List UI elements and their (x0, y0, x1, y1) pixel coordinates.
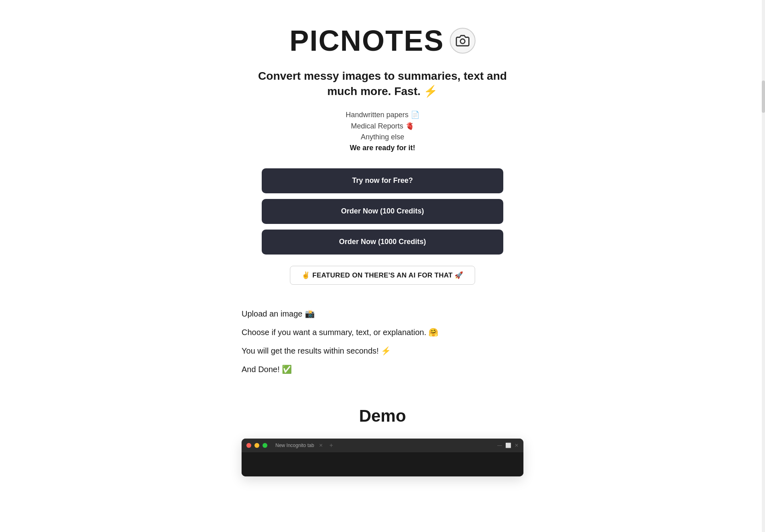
step-1: Upload an image 📸 (242, 309, 315, 319)
scrollbar-thumb[interactable] (762, 81, 765, 113)
feature-item-3: Anything else (361, 133, 404, 141)
demo-title: Demo (359, 406, 406, 426)
steps-section: Upload an image 📸 Choose if you want a s… (242, 309, 523, 374)
brand-title: PICNOTES (289, 24, 444, 57)
try-free-button[interactable]: Try now for Free? (262, 168, 503, 193)
feature-item-2: Medical Reports 🫀 (351, 122, 414, 130)
step-2: Choose if you want a summary, text, or e… (242, 327, 438, 337)
step-4: And Done! ✅ (242, 364, 292, 374)
browser-mockup: New Incognito tab ✕ + — ⬜ ✕ (242, 439, 523, 476)
browser-tab-label: New Incognito tab (275, 443, 314, 448)
browser-close-icon[interactable]: ✕ (515, 443, 519, 448)
camera-icon (456, 34, 469, 48)
browser-minimize-icon[interactable]: — (497, 443, 502, 448)
browser-maximize-dot (263, 443, 267, 448)
browser-controls: — ⬜ ✕ (497, 443, 519, 448)
order-1000-button[interactable]: Order Now (1000 Credits) (262, 230, 503, 255)
browser-new-tab-icon[interactable]: + (329, 442, 333, 449)
browser-close-dot (246, 443, 251, 448)
feature-item-1: Handwritten papers 📄 (345, 110, 419, 119)
step-3: You will get the results within seconds!… (242, 346, 391, 356)
featured-badge[interactable]: ✌️ FEATURED ON THERE'S AN AI FOR THAT 🚀 (290, 266, 475, 285)
browser-restore-icon[interactable]: ⬜ (505, 443, 511, 448)
page-wrapper: PICNOTES Convert messy images to summari… (0, 0, 765, 476)
svg-point-0 (460, 39, 465, 43)
feature-list: Handwritten papers 📄 Medical Reports 🫀 A… (345, 110, 419, 152)
header-section: PICNOTES Convert messy images to summari… (242, 24, 523, 168)
browser-minimize-dot (254, 443, 259, 448)
featured-badge-text: ✌️ FEATURED ON THERE'S AN AI FOR THAT 🚀 (302, 271, 463, 279)
demo-section: Demo New Incognito tab ✕ + — ⬜ ✕ (221, 406, 544, 476)
feature-item-4: We are ready for it! (350, 144, 416, 152)
camera-icon-wrapper (450, 28, 476, 54)
browser-content (242, 452, 523, 476)
tagline: Convert messy images to summaries, text … (242, 68, 523, 99)
browser-tab-close[interactable]: ✕ (319, 443, 323, 448)
scrollbar[interactable] (762, 0, 765, 532)
order-100-button[interactable]: Order Now (100 Credits) (262, 199, 503, 224)
buttons-section: Try now for Free? Order Now (100 Credits… (262, 168, 503, 255)
browser-toolbar: New Incognito tab ✕ + — ⬜ ✕ (242, 439, 523, 452)
brand-title-row: PICNOTES (289, 24, 476, 57)
